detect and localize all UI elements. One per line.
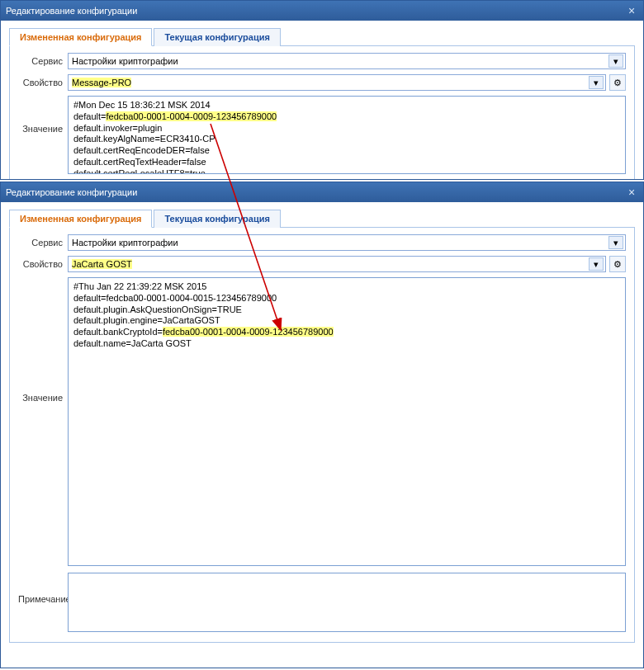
property-select[interactable]: Message-PRO ▾ [68,74,606,91]
panel: Сервис Настройки криптографии ▾ Свойство… [9,228,635,643]
property-action-button[interactable]: ⚙ [609,256,626,272]
property-value: Message-PRO [72,78,131,87]
service-select[interactable]: Настройки криптографии ▾ [68,53,626,69]
highlighted-guid-top: fedcba00-0001-0004-0009-123456789000 [106,111,277,121]
row-property: Свойство JaCarta GOST ▾ ⚙ [18,256,626,272]
row-service: Сервис Настройки криптографии ▾ [18,53,626,69]
highlighted-guid-bottom: fedcba00-0001-0004-0009-123456789000 [163,327,334,337]
label-property: Свойство [18,78,68,87]
service-combo-wrap: Настройки криптографии ▾ [68,234,626,251]
label-service: Сервис [18,238,68,248]
service-value: Настройки криптографии [72,56,178,66]
row-note: Примечание [18,573,626,632]
canvas: Редактирование конфигурации × Измененная… [0,0,644,670]
row-value: Значение #Mon Dec 15 18:36:21 MSK 2014 d… [18,96,626,174]
window-title: Редактирование конфигурации [6,6,137,16]
row-service: Сервис Настройки криптографии ▾ [18,234,626,251]
label-value: Значение [18,96,68,134]
property-value: JaCarta GOST [72,259,132,269]
tab-changed[interactable]: Измененная конфигурация [9,210,152,228]
gear-icon: ⚙ [613,78,622,88]
service-select[interactable]: Настройки криптографии ▾ [68,234,626,251]
chevron-down-icon[interactable]: ▾ [608,236,623,249]
tabs: Измененная конфигурация Текущая конфигур… [9,27,635,46]
service-value: Настройки криптографии [72,238,178,248]
close-icon[interactable]: × [625,186,638,199]
panel: Сервис Настройки криптографии ▾ Свойство… [9,46,635,180]
property-select[interactable]: JaCarta GOST ▾ [68,256,606,272]
row-property: Свойство Message-PRO ▾ ⚙ [18,74,626,91]
row-value: Значение #Thu Jan 22 21:39:22 MSK 2015 d… [18,277,626,566]
titlebar: Редактирование конфигурации × [1,1,643,21]
value-textarea[interactable]: #Thu Jan 22 21:39:22 MSK 2015 default=fe… [68,277,626,566]
close-icon[interactable]: × [625,4,638,17]
tab-current[interactable]: Текущая конфигурация [154,28,280,46]
window-title: Редактирование конфигурации [6,187,137,197]
gear-icon: ⚙ [613,259,622,270]
label-service: Сервис [18,56,68,66]
tabs: Измененная конфигурация Текущая конфигур… [9,209,635,228]
tab-current[interactable]: Текущая конфигурация [154,210,280,228]
window-top: Редактирование конфигурации × Измененная… [0,0,644,180]
note-textarea[interactable] [68,573,626,632]
window-bottom: Редактирование конфигурации × Измененная… [0,182,644,668]
window-body: Измененная конфигурация Текущая конфигур… [1,202,643,651]
property-combo-wrap: Message-PRO ▾ ⚙ [68,74,626,91]
label-property: Свойство [18,259,68,269]
label-value: Значение [18,277,68,403]
property-combo-wrap: JaCarta GOST ▾ ⚙ [68,256,626,272]
titlebar: Редактирование конфигурации × [1,182,643,202]
chevron-down-icon[interactable]: ▾ [608,54,623,68]
label-note: Примечание [18,573,68,604]
window-body: Измененная конфигурация Текущая конфигур… [1,21,643,180]
service-combo-wrap: Настройки криптографии ▾ [68,53,626,69]
chevron-down-icon[interactable]: ▾ [589,76,604,89]
chevron-down-icon[interactable]: ▾ [589,257,604,271]
property-action-button[interactable]: ⚙ [609,74,626,91]
value-textarea[interactable]: #Mon Dec 15 18:36:21 MSK 2014 default=fe… [68,96,626,174]
tab-changed[interactable]: Измененная конфигурация [9,28,152,46]
